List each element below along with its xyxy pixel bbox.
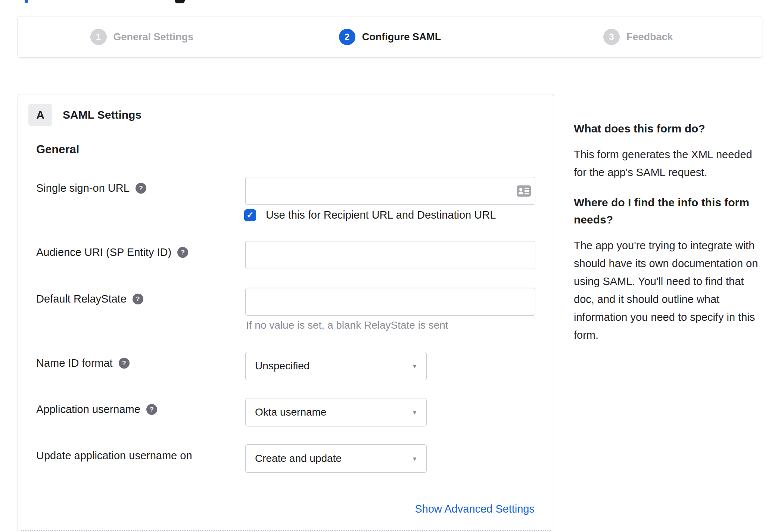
name-id-format-row: Name ID format ? Unspecified ▼ xyxy=(18,352,554,380)
help-sidebar: What does this form do? This form genera… xyxy=(574,120,781,344)
default-relaystate-label: Default RelayState xyxy=(36,293,127,305)
wizard-stepper: 1 General Settings 2 Configure SAML 3 Fe… xyxy=(18,16,762,58)
update-app-username-row: Update application username on Create an… xyxy=(18,444,554,473)
step-label: Feedback xyxy=(626,31,673,43)
step-configure-saml[interactable]: 2 Configure SAML xyxy=(266,16,514,57)
step-number-badge: 2 xyxy=(339,29,355,45)
audience-uri-label: Audience URI (SP Entity ID) xyxy=(36,246,171,259)
help-icon[interactable]: ? xyxy=(146,404,157,415)
recipient-url-checkbox[interactable]: ✓ xyxy=(244,209,256,221)
audience-uri-row: Audience URI (SP Entity ID) ? xyxy=(18,241,554,269)
recipient-url-checkbox-row: ✓ Use this for Recipient URL and Destina… xyxy=(244,209,496,221)
name-id-format-select[interactable]: Unspecified ▼ xyxy=(245,352,427,380)
update-app-username-label: Update application username on xyxy=(36,450,192,462)
default-relaystate-input[interactable] xyxy=(245,288,535,316)
application-username-select[interactable]: Okta username ▼ xyxy=(245,398,427,426)
application-username-row: Application username ? Okta username ▼ xyxy=(18,398,554,426)
show-advanced-settings-link[interactable]: Show Advanced Settings xyxy=(415,503,535,515)
update-app-username-value: Create and update xyxy=(255,453,342,464)
sso-url-label: Single sign-on URL xyxy=(36,182,130,194)
name-id-format-label-wrap: Name ID format ? xyxy=(36,357,130,369)
audience-uri-input[interactable] xyxy=(245,241,535,269)
step-number-badge: 1 xyxy=(90,29,107,45)
section-title: SAML Settings xyxy=(63,109,141,121)
relaystate-hint: If no value is set, a blank RelayState i… xyxy=(246,319,448,331)
application-username-label-wrap: Application username ? xyxy=(36,403,157,416)
application-username-value: Okta username xyxy=(255,406,326,418)
dashed-section-divider xyxy=(21,530,551,531)
default-relaystate-row: Default RelayState ? xyxy=(18,288,554,316)
update-app-username-select[interactable]: Create and update ▼ xyxy=(245,444,427,473)
default-relaystate-label-wrap: Default RelayState ? xyxy=(36,293,143,305)
chevron-down-icon: ▼ xyxy=(412,409,417,416)
cutoff-blue-fragment xyxy=(25,0,28,3)
help-icon[interactable]: ? xyxy=(133,294,143,304)
name-id-format-label: Name ID format xyxy=(36,357,113,369)
cutoff-dark-icon-fragment xyxy=(175,0,185,3)
chevron-down-icon: ▼ xyxy=(412,456,417,462)
sso-url-row: Single sign-on URL ? xyxy=(18,177,554,205)
sidebar-body-what: This form generates the XML needed for t… xyxy=(574,145,781,181)
section-header: A SAML Settings xyxy=(28,104,141,126)
name-id-format-value: Unspecified xyxy=(255,360,309,372)
help-icon[interactable]: ? xyxy=(119,358,130,369)
sidebar-heading-where: Where do I find the info this form needs… xyxy=(574,194,781,228)
application-username-label: Application username xyxy=(36,403,140,416)
sidebar-body-where: The app you're trying to integrate with … xyxy=(574,237,781,344)
step-label: General Settings xyxy=(113,31,194,43)
saml-settings-panel: A SAML Settings General Single sign-on U… xyxy=(18,94,554,532)
section-a-badge: A xyxy=(28,104,52,126)
sidebar-heading-what: What does this form do? xyxy=(574,120,781,137)
sso-url-input[interactable] xyxy=(245,177,535,205)
audience-uri-label-wrap: Audience URI (SP Entity ID) ? xyxy=(36,246,188,259)
sso-url-label-wrap: Single sign-on URL ? xyxy=(36,182,146,194)
step-feedback[interactable]: 3 Feedback xyxy=(514,16,762,57)
help-icon[interactable]: ? xyxy=(136,183,146,194)
step-general-settings[interactable]: 1 General Settings xyxy=(18,16,266,57)
recipient-url-checkbox-label: Use this for Recipient URL and Destinati… xyxy=(266,209,496,221)
update-app-username-label-wrap: Update application username on xyxy=(36,450,192,462)
help-icon[interactable]: ? xyxy=(177,247,188,258)
contact-card-icon xyxy=(517,185,531,197)
chevron-down-icon: ▼ xyxy=(412,363,417,369)
step-label: Configure SAML xyxy=(362,31,441,43)
step-number-badge: 3 xyxy=(603,29,620,45)
general-group-title: General xyxy=(36,143,79,156)
